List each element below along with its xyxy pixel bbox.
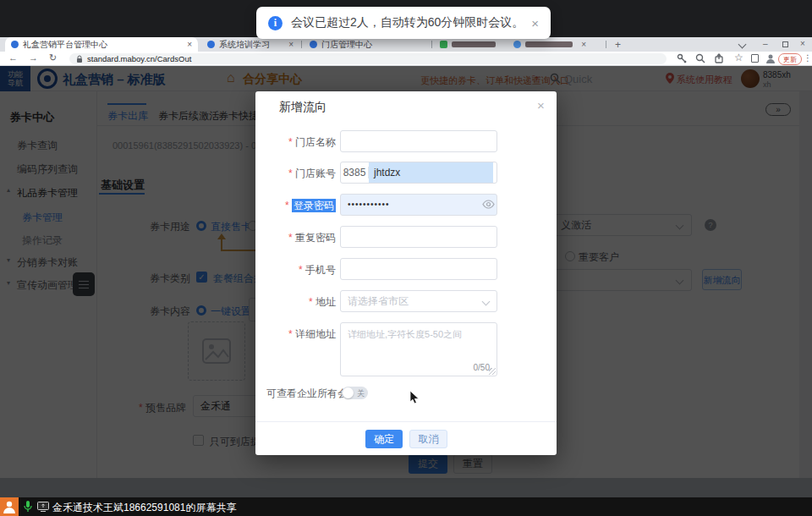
repeat-password-input[interactable] xyxy=(340,226,497,248)
screen-share-icon[interactable] xyxy=(37,502,49,512)
screen-share-text: 金禾通技术王斌18662591081的屏幕共享 xyxy=(52,501,236,515)
tab-title-obscured xyxy=(525,41,573,47)
screen: 功能 导航 礼盒营销 – 标准版 ⌂ 合分享中心 更快捷的券卡、订单和快递查询入… xyxy=(0,0,812,516)
url-text: standard.maboy.cn/CardsOut xyxy=(87,54,191,63)
resize-grip-icon[interactable] xyxy=(489,368,496,375)
tab-favicon-icon xyxy=(207,41,215,48)
address-label: 地址 xyxy=(255,295,336,310)
toggle-knob xyxy=(343,387,354,398)
browser-menu-icon[interactable]: ⋮ xyxy=(804,53,812,63)
store-name-label: 门店名称 xyxy=(255,135,336,150)
tab-separator xyxy=(431,41,432,48)
confirm-button[interactable]: 确定 xyxy=(365,430,403,448)
browser-tab-title: 礼盒营销平台管理中心 xyxy=(23,39,182,51)
window-close-button[interactable]: × xyxy=(800,39,805,48)
password-label: 登录密码 xyxy=(255,199,336,213)
update-label: 更新 xyxy=(783,55,797,64)
screen-share-bar: 金禾通技术王斌18662591081的屏幕共享 xyxy=(0,497,812,516)
tab-separator xyxy=(301,41,302,48)
info-icon: i xyxy=(268,16,283,30)
detail-address-placeholder: 详细地址,字符长度5-50之间 xyxy=(348,323,490,341)
browser-tab-obscured-2[interactable]: × xyxy=(508,37,592,52)
address-select[interactable]: 请选择省市区 xyxy=(340,290,497,312)
cancel-button[interactable]: 取消 xyxy=(409,430,447,448)
mouse-cursor-icon xyxy=(409,390,420,404)
modal-close-icon[interactable]: × xyxy=(537,98,545,113)
address-bar[interactable]: standard.maboy.cn/CardsOut xyxy=(69,53,667,64)
tab-favicon-icon xyxy=(11,41,19,48)
account-input[interactable]: 8385 jhtdzx xyxy=(340,162,497,184)
toggle-state-label: 关 xyxy=(357,388,365,399)
window-maximize-button[interactable] xyxy=(782,41,788,47)
detail-address-label: 详细地址 xyxy=(255,327,336,342)
back-icon[interactable]: ← xyxy=(8,52,18,63)
lock-icon xyxy=(76,55,83,63)
window-minimize-button[interactable]: – xyxy=(763,39,768,48)
password-label-highlight: 登录密码 xyxy=(292,199,336,212)
eye-icon[interactable] xyxy=(482,200,495,209)
view-members-toggle[interactable]: 关 xyxy=(342,387,368,399)
tab-search-chevron-icon[interactable] xyxy=(738,41,747,49)
tab-separator xyxy=(606,41,606,48)
forward-icon[interactable]: → xyxy=(29,52,38,63)
password-input[interactable]: ••••••••••• xyxy=(340,194,497,216)
tab-close-icon[interactable]: × xyxy=(187,40,192,49)
browser-tab-3[interactable]: 门店管理中心 xyxy=(304,37,431,52)
new-tab-button[interactable]: + xyxy=(615,39,621,51)
toast-message: 会议已超过2人，自动转为60分钟限时会议。 xyxy=(291,15,524,30)
browser-toolbar: ← → ↻ standard.maboy.cn/CardsOut ☆ 更新 ⋮ xyxy=(0,52,812,66)
reload-icon[interactable]: ↻ xyxy=(49,52,57,63)
microphone-icon[interactable] xyxy=(24,501,32,513)
zoom-icon[interactable] xyxy=(695,53,705,63)
profile-icon[interactable] xyxy=(765,53,776,63)
account-prefix: 8385 xyxy=(341,167,369,178)
browser-tab-2[interactable]: 系统培训学习 × xyxy=(201,37,299,52)
tab-title-obscured xyxy=(452,41,496,47)
add-flow-modal: 新增流向 × 门店名称 门店账号 8385 jhtdzx 登录密码 ••••••… xyxy=(255,91,557,455)
browser-tab-active[interactable]: 礼盒营销平台管理中心 × xyxy=(5,37,198,52)
chevron-down-icon xyxy=(482,298,491,306)
share-icon[interactable] xyxy=(715,53,725,63)
browser-tab-strip: 礼盒营销平台管理中心 × 系统培训学习 × 门店管理中心 × + – × xyxy=(0,37,812,52)
address-placeholder: 请选择省市区 xyxy=(348,295,409,307)
meeting-app-icon[interactable] xyxy=(0,497,19,516)
account-value-selected: jhtdzx xyxy=(369,162,493,183)
tab-favicon-icon xyxy=(440,41,447,48)
phone-input[interactable] xyxy=(340,258,497,280)
tab-close-icon[interactable]: × xyxy=(288,40,294,49)
tab-favicon-icon xyxy=(310,41,317,48)
modal-title: 新增流向 xyxy=(279,100,326,115)
tab-close-icon[interactable]: × xyxy=(581,40,586,49)
toast-close-icon[interactable]: × xyxy=(531,16,539,30)
repeat-password-label: 重复密码 xyxy=(255,231,336,245)
phone-label: 手机号 xyxy=(255,263,336,277)
tab-favicon-icon xyxy=(513,41,521,48)
meeting-toast: i 会议已超过2人，自动转为60分钟限时会议。 × xyxy=(256,7,551,39)
key-icon[interactable] xyxy=(677,53,687,63)
store-name-input[interactable] xyxy=(340,130,497,152)
browser-tab-title: 系统培训学习 xyxy=(219,39,283,51)
bookmark-star-icon[interactable]: ☆ xyxy=(734,52,743,63)
char-counter: 0/50 xyxy=(474,363,490,372)
browser-update-button[interactable]: 更新 xyxy=(778,53,802,65)
browser-tab-title: 门店管理中心 xyxy=(321,39,425,51)
detail-address-textarea[interactable]: 详细地址,字符长度5-50之间 0/50 xyxy=(340,322,497,376)
modal-footer-divider xyxy=(255,421,557,422)
browser-tab-obscured-1[interactable] xyxy=(434,37,505,52)
reader-mode-icon[interactable] xyxy=(751,54,759,63)
account-label: 门店账号 xyxy=(255,167,336,181)
